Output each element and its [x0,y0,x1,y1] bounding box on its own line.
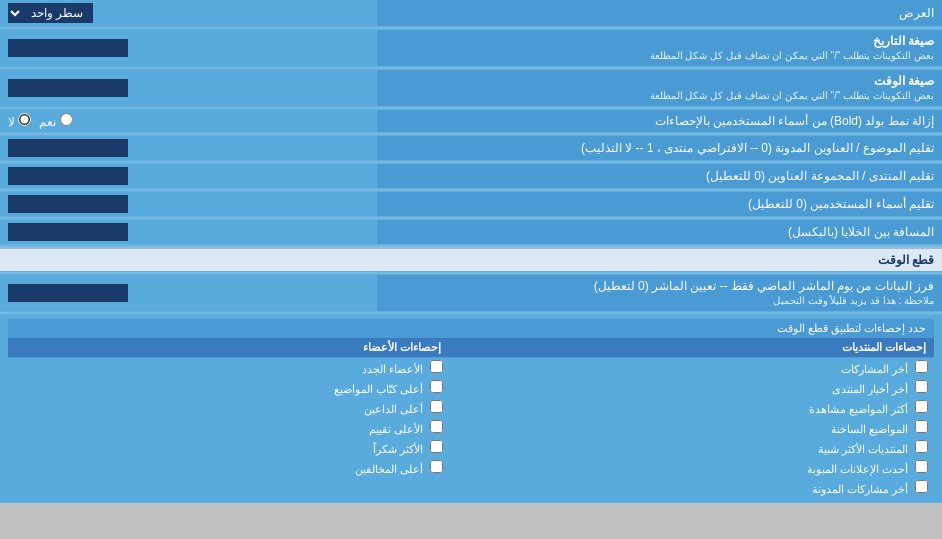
col2-header: إحصاءات الأعضاء [8,338,449,358]
col1-header: إحصاءات المنتديات [449,338,934,358]
col2-item-2: أعلى كتّاب المواضيع [8,378,449,398]
display-label: العرض [377,0,942,27]
col2-checkbox-4[interactable] [430,420,443,433]
checkboxes-section: حدد إحصاءات لتطبيق قطع الوقت إحصاءات الم… [0,314,942,502]
col1-item-6: أحدث الإعلانات المبوبة [449,458,934,478]
usernames-input[interactable]: 0 [8,195,128,213]
display-dropdown[interactable]: سطر واحد سطرين ثلاثة أسطر [8,3,93,23]
limit-stats-row: حدد إحصاءات لتطبيق قطع الوقت [8,319,934,338]
col1-item-1: أخر المشاركات [449,357,934,378]
date-format-note: بعض التكوينات يتطلب "/" التي يمكن ان تضا… [650,50,934,61]
cell-spacing-title: المسافة بين الخلايا (بالبكسل) [788,225,934,239]
col2-checkbox-2[interactable] [430,380,443,393]
bold-yes-radio[interactable] [60,113,73,126]
checkbox-row-1: أخر المشاركات الأعضاء الجدد [8,357,934,378]
bold-no-radio[interactable] [18,113,31,126]
topic-titles-input[interactable]: 33 [8,139,128,157]
col2-item-3: أعلى الداعين [8,398,449,418]
forum-titles-label: تقليم المنتدى / المجموعة العناوين (0 للت… [377,164,942,189]
checkbox-row-6: أحدث الإعلانات المبوبة أعلى المخالفين [8,458,934,478]
col2-item-1: الأعضاء الجدد [8,357,449,378]
col2-label-4: الأعلى تقييم [369,423,423,435]
cell-spacing-input[interactable]: 2 [8,223,128,241]
time-format-input[interactable]: H:i [8,79,128,97]
checkbox-row-7: أخر مشاركات المدونة [8,478,934,498]
col2-checkbox-6[interactable] [430,460,443,473]
col2-checkbox-3[interactable] [430,400,443,413]
cutoff-input-label: فرز البيانات من يوم الماشر الماضي فقط --… [377,274,942,311]
forum-titles-title: تقليم المنتدى / المجموعة العناوين (0 للت… [706,169,934,183]
time-format-input-cell: H:i [0,70,377,107]
checkbox-row-2: أخر أخبار المنتدى أعلى كتّاب المواضيع [8,378,934,398]
display-dropdown-cell: سطر واحد سطرين ثلاثة أسطر [0,0,377,27]
col2-label-5: الأكثر شكراً [373,443,423,455]
forum-titles-input-cell: 33 [0,164,377,189]
col1-item-3: أكثر المواضيع مشاهدة [449,398,934,418]
topic-titles-input-cell: 33 [0,136,377,161]
cutoff-section-header: قطع الوقت [0,248,942,272]
col1-item-5: المنتديات الأكثر شبية [449,438,934,458]
col1-checkbox-7[interactable] [915,480,928,493]
col1-label-1: أخر المشاركات [841,363,908,375]
col2-item-5: الأكثر شكراً [8,438,449,458]
col1-checkbox-1[interactable] [915,360,928,373]
col1-checkbox-3[interactable] [915,400,928,413]
cell-spacing-input-cell: 2 [0,220,377,245]
col1-item-2: أخر أخبار المنتدى [449,378,934,398]
cutoff-section-title: قطع الوقت [878,253,934,267]
checkbox-row-4: المواضيع الساخنة الأعلى تقييم [8,418,934,438]
col1-label-4: المواضيع الساخنة [831,423,908,435]
checkboxes-header: إحصاءات المنتديات إحصاءات الأعضاء [8,338,934,358]
topic-titles-title: تقليم الموضوع / العناوين المدونة (0 -- ا… [581,141,934,155]
col2-item-4: الأعلى تقييم [8,418,449,438]
col1-checkbox-4[interactable] [915,420,928,433]
bold-removal-title: إزالة نمط بولد (Bold) من أسماء المستخدمي… [655,114,934,128]
date-format-input-cell: d-m [0,30,377,67]
col1-label-2: أخر أخبار المنتدى [832,383,908,395]
limit-stats-label: حدد إحصاءات لتطبيق قطع الوقت [8,319,934,338]
col1-checkbox-6[interactable] [915,460,928,473]
date-format-label: صيغة التاريخ بعض التكوينات يتطلب "/" الت… [377,30,942,67]
col2-item-7-empty [8,478,449,498]
cell-spacing-label: المسافة بين الخلايا (بالبكسل) [377,220,942,245]
cutoff-input-title: فرز البيانات من يوم الماشر الماضي فقط --… [594,279,934,293]
col1-label-6: أحدث الإعلانات المبوبة [807,463,908,475]
bold-no-label: لا [8,113,31,129]
usernames-input-cell: 0 [0,192,377,217]
col2-label-3: أعلى الداعين [364,403,423,415]
col2-label-6: أعلى المخالفين [355,463,423,475]
forum-titles-input[interactable]: 33 [8,167,128,185]
col2-item-6: أعلى المخالفين [8,458,449,478]
col2-label-1: الأعضاء الجدد [362,363,423,375]
time-format-note: بعض التكوينات يتطلب "/" التي يمكن ان تضا… [650,90,934,101]
cutoff-input[interactable]: 0 [8,284,128,302]
col1-label-3: أكثر المواضيع مشاهدة [809,403,908,415]
time-format-title: صيغة الوقت [874,74,934,88]
cutoff-input-cell: 0 [0,274,377,311]
col1-item-7: أخر مشاركات المدونة [449,478,934,498]
checkbox-row-3: أكثر المواضيع مشاهدة أعلى الداعين [8,398,934,418]
col1-label-5: المنتديات الأكثر شبية [818,443,908,455]
cutoff-input-note: ملاحظة : هذا قد يزيد قليلاً وقت التحميل [773,295,934,306]
col1-checkbox-5[interactable] [915,440,928,453]
col2-label-2: أعلى كتّاب المواضيع [334,383,423,395]
bold-removal-radio-cell: نعم لا [0,110,377,133]
col1-item-4: المواضيع الساخنة [449,418,934,438]
topic-titles-label: تقليم الموضوع / العناوين المدونة (0 -- ا… [377,136,942,161]
checkbox-row-5: المنتديات الأكثر شبية الأكثر شكراً [8,438,934,458]
bold-yes-label: نعم [39,113,72,129]
col1-label-7: أخر مشاركات المدونة [812,483,908,495]
date-format-title: صيغة التاريخ [873,34,934,48]
col2-checkbox-5[interactable] [430,440,443,453]
usernames-title: تقليم أسماء المستخدمين (0 للتعطيل) [748,197,934,211]
bold-removal-label: إزالة نمط بولد (Bold) من أسماء المستخدمي… [377,110,942,133]
col1-checkbox-2[interactable] [915,380,928,393]
col2-checkbox-1[interactable] [430,360,443,373]
date-format-input[interactable]: d-m [8,39,128,57]
usernames-label: تقليم أسماء المستخدمين (0 للتعطيل) [377,192,942,217]
time-format-label: صيغة الوقت بعض التكوينات يتطلب "/" التي … [377,70,942,107]
